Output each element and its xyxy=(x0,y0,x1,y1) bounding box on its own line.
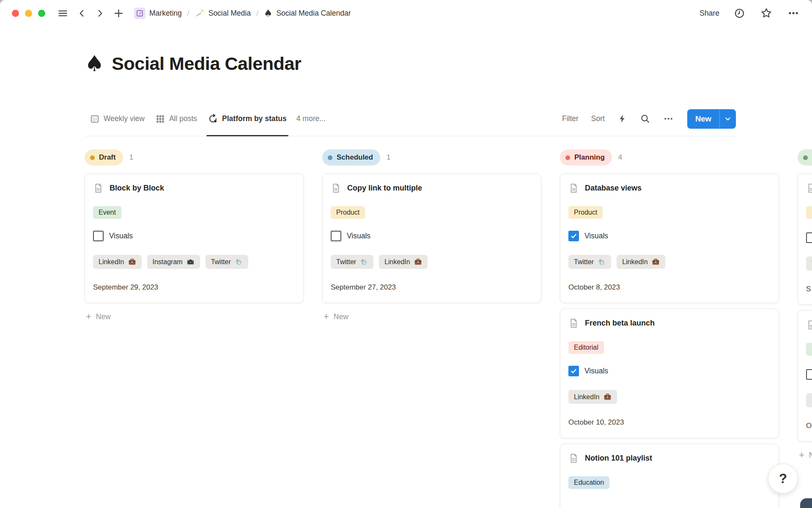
search-button[interactable] xyxy=(640,113,650,124)
checkbox-checked[interactable] xyxy=(568,231,579,241)
card-untitled[interactable]: TS xyxy=(798,174,812,305)
column-header: Draft1 xyxy=(85,149,304,166)
new-button[interactable]: New xyxy=(687,109,719,129)
card-database-views[interactable]: Database viewsProductVisualsTwitterLinke… xyxy=(560,174,779,303)
checkbox-unchecked[interactable] xyxy=(806,369,812,380)
card-title-text: Notion 101 playlist xyxy=(585,454,652,463)
filter-button[interactable]: Filter xyxy=(562,114,579,123)
camera-icon xyxy=(187,258,195,266)
status-badge[interactable]: Scheduled xyxy=(322,149,380,166)
status-badge[interactable] xyxy=(798,149,812,166)
kanban-board: Draft1Block by BlockEventVisualsLinkedIn… xyxy=(85,149,812,508)
category-tag: Education xyxy=(568,476,609,489)
page-doc-icon xyxy=(568,453,579,464)
corner-peek-panel xyxy=(800,498,812,508)
ellipsis-icon xyxy=(663,113,674,124)
status-badge[interactable]: Planning xyxy=(560,149,612,166)
platform-tags xyxy=(806,393,812,407)
page-doc-icon xyxy=(568,318,579,329)
add-card-label: New xyxy=(96,312,111,321)
date-property: S xyxy=(806,285,812,293)
breadcrumb-item-social-media-calendar[interactable]: ♠ Social Media Calendar xyxy=(264,8,351,18)
page-title-text: Social Media Calendar xyxy=(112,50,301,77)
checkbox-unchecked[interactable] xyxy=(806,232,812,243)
traffic-lights xyxy=(12,10,45,17)
top-bar: Marketing / Social Media / ♠ Social Medi… xyxy=(0,0,812,26)
category-tag xyxy=(806,206,812,219)
breadcrumb-item-marketing[interactable]: Marketing xyxy=(134,8,182,19)
status-dot-icon xyxy=(565,155,570,160)
breadcrumb-label: Social Media Calendar xyxy=(276,9,351,18)
new-page-button[interactable] xyxy=(112,7,125,19)
card-title-text: Block by Block xyxy=(110,184,164,193)
add-card-button[interactable]: +New xyxy=(85,309,304,325)
platform-tag-unknown xyxy=(806,393,812,407)
tab-all-posts[interactable]: All posts xyxy=(150,102,203,136)
grid-icon xyxy=(156,114,165,124)
page-options-button[interactable] xyxy=(787,6,800,20)
checkbox-label: Visuals xyxy=(584,232,608,240)
page-doc-icon xyxy=(806,320,812,330)
lightning-icon xyxy=(617,114,627,124)
status-dot-icon xyxy=(803,155,808,160)
sort-button[interactable]: Sort xyxy=(591,114,605,123)
card-notion-101-playlist[interactable]: Notion 101 playlistEducation xyxy=(560,444,779,508)
checkbox-unchecked[interactable] xyxy=(93,231,104,241)
column-header: Planning4 xyxy=(560,149,779,166)
platform-label: Twitter xyxy=(574,258,594,266)
visuals-property xyxy=(806,232,812,243)
tab-label: Platform by status xyxy=(222,114,287,123)
card-copy-link-to-multiple[interactable]: Copy link to multipleProductVisualsTwitt… xyxy=(322,174,541,303)
close-window-button[interactable] xyxy=(12,10,19,17)
platform-tags: TwitterLinkedIn xyxy=(568,255,771,269)
updates-button[interactable] xyxy=(733,7,746,20)
status-label: Planning xyxy=(574,153,605,162)
status-badge[interactable]: Draft xyxy=(85,149,123,166)
more-views-button[interactable]: 4 more... xyxy=(296,114,326,123)
view-toolbar: Filter Sort Ne xyxy=(562,109,736,129)
tab-weekly-view[interactable]: Weekly view xyxy=(85,102,150,136)
view-options-button[interactable] xyxy=(663,113,674,124)
checkbox-checked[interactable] xyxy=(568,366,579,376)
platform-label: LinkedIn xyxy=(574,393,600,401)
forward-button[interactable] xyxy=(94,8,106,19)
new-options-button[interactable] xyxy=(720,109,736,129)
star-icon xyxy=(760,7,772,19)
new-record-button-group: New xyxy=(687,109,736,129)
spade-page-icon[interactable]: ♠ xyxy=(85,52,104,75)
checkbox-label: Visuals xyxy=(584,367,608,375)
card-untitled[interactable]: O xyxy=(798,310,812,442)
board-column-draft: Draft1Block by BlockEventVisualsLinkedIn… xyxy=(85,149,304,325)
card-block-by-block[interactable]: Block by BlockEventVisualsLinkedInInstag… xyxy=(85,174,304,303)
briefcase-icon xyxy=(414,258,422,266)
visuals-property xyxy=(806,369,812,380)
bird-icon xyxy=(360,258,368,266)
help-button[interactable]: ? xyxy=(768,464,798,494)
add-card-button[interactable]: +New xyxy=(322,309,541,325)
add-card-button[interactable]: +New xyxy=(798,447,812,463)
checkbox-unchecked[interactable] xyxy=(331,231,341,241)
minimize-window-button[interactable] xyxy=(25,10,32,17)
breadcrumb-item-social-media[interactable]: Social Media xyxy=(195,8,251,18)
column-count: 1 xyxy=(387,153,390,162)
date-property: October 10, 2023 xyxy=(568,418,771,427)
zoom-window-button[interactable] xyxy=(38,10,45,17)
card-french-beta-launch[interactable]: French beta launchEditorialVisualsLinked… xyxy=(560,309,779,438)
favorite-button[interactable] xyxy=(760,6,773,20)
page-title[interactable]: ♠ Social Media Calendar xyxy=(85,50,736,77)
template-icon xyxy=(134,8,145,19)
column-header xyxy=(798,149,812,166)
calendar-icon xyxy=(90,114,99,124)
sidebar-menu-button[interactable] xyxy=(56,7,69,20)
tab-platform-by-status[interactable]: Platform by status xyxy=(203,102,292,136)
breadcrumb: Marketing / Social Media / ♠ Social Medi… xyxy=(134,8,351,19)
clock-icon xyxy=(734,8,745,19)
platform-tag-t: T xyxy=(806,257,812,271)
page-doc-icon xyxy=(331,183,341,193)
share-button[interactable]: Share xyxy=(700,9,719,18)
automations-button[interactable] xyxy=(617,114,627,124)
status-label: Scheduled xyxy=(337,153,373,162)
platform-tag-linkedin: LinkedIn xyxy=(379,255,428,269)
add-card-label: New xyxy=(809,451,812,460)
back-button[interactable] xyxy=(76,8,88,19)
